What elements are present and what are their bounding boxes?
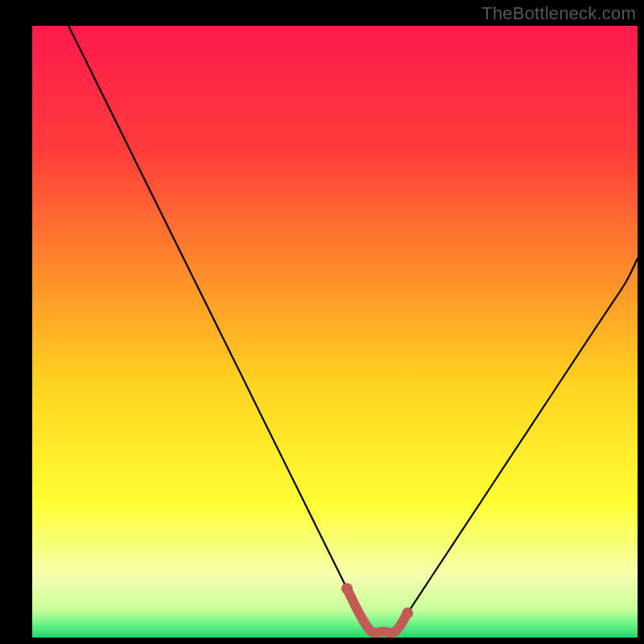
- plot-background: [32, 26, 638, 638]
- highlight-endpoint: [341, 583, 353, 594]
- attribution-label: TheBottleneck.com: [481, 3, 636, 24]
- bottleneck-chart: [0, 0, 644, 644]
- highlight-endpoint: [402, 608, 413, 619]
- chart-frame: TheBottleneck.com: [0, 0, 644, 644]
